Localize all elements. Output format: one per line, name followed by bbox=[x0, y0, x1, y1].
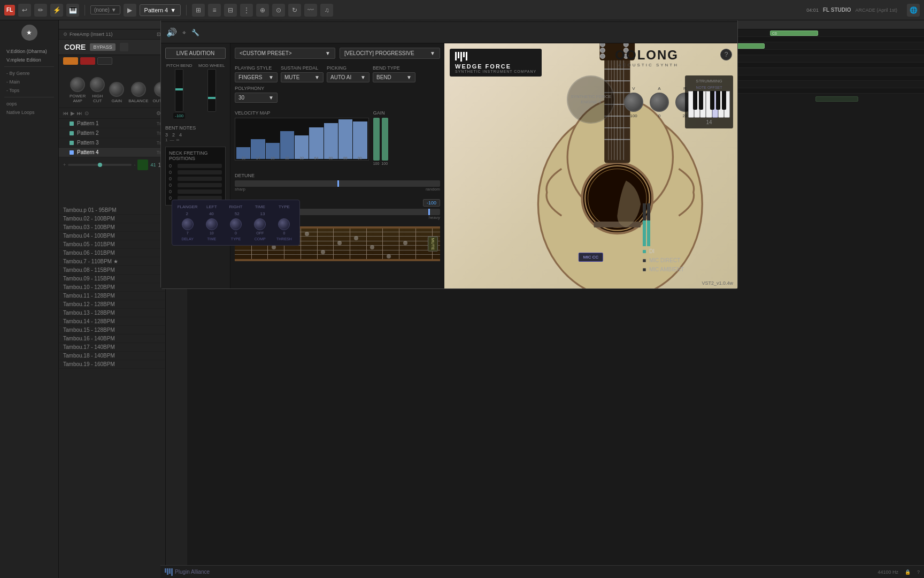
loop-icon[interactable]: ↻ bbox=[288, 4, 301, 17]
bk-5[interactable] bbox=[722, 91, 726, 110]
velocity-map[interactable]: 12 14 18 22 32 64 80 88 90 bbox=[235, 118, 369, 161]
mod-slider[interactable] bbox=[207, 69, 216, 112]
knob-gain-control[interactable] bbox=[109, 82, 124, 97]
grid-icon[interactable]: ⊞ bbox=[192, 4, 205, 17]
help-button[interactable]: ? bbox=[720, 49, 732, 60]
fx-knob-3-ctrl[interactable] bbox=[230, 218, 242, 230]
core-expand[interactable] bbox=[120, 43, 128, 51]
sidebar-item-main[interactable]: - Main bbox=[4, 78, 54, 86]
rec-icon[interactable]: ⊕ bbox=[256, 4, 269, 17]
bk-1[interactable] bbox=[693, 91, 697, 110]
sample-item-10[interactable]: Tambou.11 - 128BPM bbox=[59, 292, 165, 300]
midi-icon[interactable]: ♫ bbox=[320, 4, 333, 17]
transport-play[interactable]: ▶ bbox=[71, 110, 75, 116]
transport-stop[interactable]: ⏭ bbox=[77, 110, 82, 116]
neck-bar-1[interactable] bbox=[178, 170, 222, 174]
sample-item-4[interactable]: Tambou.05 - 101BPM bbox=[59, 240, 165, 249]
sample-item-13[interactable]: Tambou.14 - 128BPM bbox=[59, 317, 165, 326]
transport-prev[interactable]: ⏮ bbox=[63, 110, 68, 116]
neck-bar-0[interactable] bbox=[178, 164, 222, 168]
mic-direct-option[interactable]: MIC DIRECT bbox=[643, 257, 684, 263]
speaker-icon[interactable]: 🔊 bbox=[166, 27, 177, 37]
sample-item-5[interactable]: Tambou.06 - 101BPM bbox=[59, 249, 165, 257]
sample-item-1[interactable]: Tambou.02 - 100BPM bbox=[59, 215, 165, 223]
swatch-red[interactable] bbox=[80, 57, 95, 65]
swatch-black[interactable] bbox=[97, 57, 112, 65]
pattern-selector[interactable]: Pattern 4 ▼ bbox=[140, 4, 181, 16]
slider-plus[interactable]: + bbox=[63, 162, 66, 168]
sample-item-11[interactable]: Tambou.12 - 128BPM bbox=[59, 300, 165, 309]
swatch-orange[interactable] bbox=[63, 57, 78, 65]
globe-icon[interactable]: 🌐 bbox=[907, 4, 920, 17]
sample-item-15[interactable]: Tambou.16 - 140BPM bbox=[59, 334, 165, 343]
sustain-pedal-dropdown[interactable]: MUTE ▼ bbox=[281, 72, 324, 82]
note-c6-3[interactable]: C6 bbox=[770, 31, 818, 36]
playing-style-dropdown[interactable]: FINGERS ▼ bbox=[235, 72, 278, 82]
magnet-icon[interactable]: ⚡ bbox=[50, 4, 63, 17]
help-status-icon[interactable]: ? bbox=[917, 569, 920, 575]
transport-record[interactable]: ⊙ bbox=[84, 110, 89, 116]
fl-logo[interactable]: FL bbox=[4, 5, 15, 16]
neck-bar-3[interactable] bbox=[178, 183, 222, 187]
velocity-dropdown[interactable]: [VELOCITY] PROGRESSIVE ▼ bbox=[340, 48, 440, 59]
pattern-item-4[interactable]: Pattern 4 Tr bbox=[59, 148, 165, 157]
lock-icon[interactable]: 🔒 bbox=[905, 569, 911, 575]
position-slider[interactable] bbox=[68, 164, 132, 166]
polyphony-dropdown[interactable]: 30 ▼ bbox=[235, 93, 278, 103]
sample-item-16[interactable]: Tambou.17 - 140BPM bbox=[59, 343, 165, 352]
var-a-control[interactable] bbox=[650, 93, 669, 112]
sample-item-14[interactable]: Tambou.15 - 128BPM bbox=[59, 326, 165, 334]
sample-item-9[interactable]: Tambou.10 - 120BPM bbox=[59, 283, 165, 292]
sample-item-17[interactable]: Tambou.18 - 140BPM bbox=[59, 352, 165, 360]
wave-icon[interactable]: 〰 bbox=[304, 4, 317, 17]
bend-type-dropdown[interactable]: BEND ▼ bbox=[373, 72, 415, 82]
pattern-item-2[interactable]: Pattern 2 Tr bbox=[59, 128, 165, 138]
sample-item-12[interactable]: Tambou.13 - 128BPM bbox=[59, 309, 165, 317]
sample-item-2[interactable]: Tambou.03 - 100BPM bbox=[59, 223, 165, 232]
neck-bar-2[interactable] bbox=[178, 177, 222, 181]
quality-button[interactable]: MIC CC bbox=[579, 253, 603, 262]
sidebar-item-native-loops[interactable]: Native Loops bbox=[4, 108, 54, 117]
sample-item-3[interactable]: Tambou.04 - 100BPM bbox=[59, 232, 165, 240]
fx-knob-2-ctrl[interactable] bbox=[206, 218, 218, 230]
play-icon[interactable]: ▶ bbox=[124, 4, 136, 17]
bk-2[interactable] bbox=[699, 91, 703, 110]
neck-bar-4[interactable] bbox=[178, 189, 222, 194]
picking-dropdown[interactable]: AUTO AI ▼ bbox=[327, 72, 369, 82]
sample-item-7[interactable]: Tambou.08 - 115BPM bbox=[59, 266, 165, 275]
knob-high-cut-control[interactable] bbox=[90, 77, 105, 92]
tools-icon[interactable]: ✏ bbox=[34, 4, 47, 17]
live-audition-button[interactable]: LIVE AUDITION bbox=[165, 48, 226, 59]
fx-knob-5-ctrl[interactable] bbox=[278, 218, 290, 230]
mix-icon[interactable]: ⊟ bbox=[224, 4, 237, 17]
sidebar-item-vmplete[interactable]: V.mplete Edition bbox=[4, 56, 54, 64]
note-faint-3[interactable] bbox=[815, 96, 858, 102]
sample-item-6[interactable]: Tambou.7 - 110BPM ★ bbox=[59, 257, 165, 266]
sidebar-item-tops[interactable]: - Tops bbox=[4, 86, 54, 95]
tool-icon[interactable]: 🔧 bbox=[191, 29, 199, 36]
slider-minus[interactable]: - bbox=[134, 162, 135, 168]
sample-item-0[interactable]: Tambou.p 01 - 95BPM bbox=[59, 206, 165, 215]
detune-slider[interactable] bbox=[235, 180, 440, 187]
sample-item-8[interactable]: Tambou.09 - 115BPM bbox=[59, 275, 165, 283]
eq-icon[interactable]: ⋮ bbox=[240, 4, 253, 17]
di-option[interactable]: DI bbox=[643, 248, 684, 254]
undo-icon[interactable]: ↩ bbox=[18, 4, 31, 17]
knob-balance-control[interactable] bbox=[131, 82, 146, 97]
snap-icon[interactable]: ⊙ bbox=[272, 4, 285, 17]
sidebar-item-loops[interactable]: oops bbox=[4, 100, 54, 108]
seq-icon[interactable]: ≡ bbox=[208, 4, 221, 17]
bk-3[interactable] bbox=[710, 91, 714, 110]
pitch-slider[interactable] bbox=[175, 69, 183, 112]
pattern-item-3[interactable]: Pattern 3 Tr bbox=[59, 138, 165, 148]
sample-item-18[interactable]: Tambou.19 - 160BPM bbox=[59, 360, 165, 369]
target-icon[interactable]: ⌖ bbox=[182, 29, 186, 36]
pattern-item-1[interactable]: Pattern 1 Tr bbox=[59, 119, 165, 128]
sidebar-item-genre[interactable]: - By Genre bbox=[4, 69, 54, 78]
fx-knob-1-ctrl[interactable] bbox=[182, 218, 194, 230]
var-v-control[interactable] bbox=[624, 93, 643, 112]
bypass-button[interactable]: BYPASS bbox=[90, 43, 115, 51]
bk-4[interactable] bbox=[716, 91, 720, 110]
sidebar-icon-star[interactable]: ★ bbox=[21, 25, 37, 41]
knob-power-amp-control[interactable] bbox=[70, 77, 85, 92]
